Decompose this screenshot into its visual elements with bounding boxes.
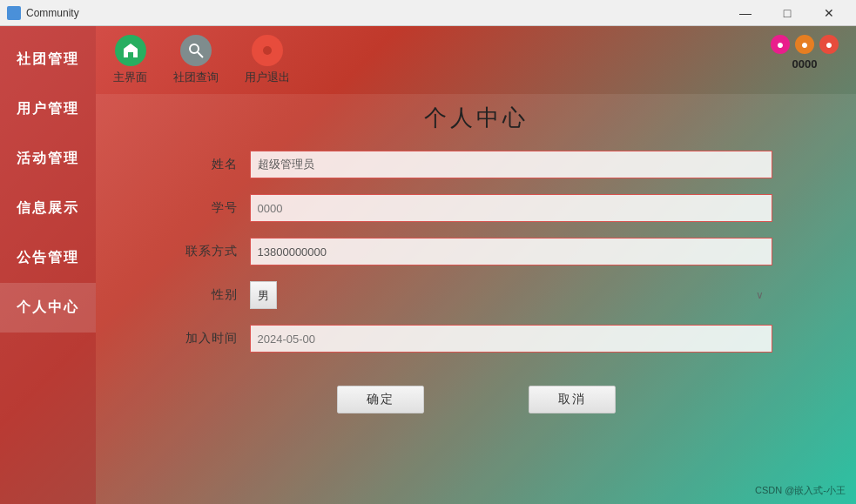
form-row-contact: 联系方式 [180,238,772,265]
title-bar: Community — □ ✕ [0,0,856,26]
close-button[interactable]: ✕ [809,0,849,26]
top-right-area: ● ● ● 0000 [771,35,839,71]
svg-point-1 [190,44,199,53]
status-icon-orange[interactable]: ● [795,35,814,54]
confirm-button[interactable]: 确定 [337,386,424,413]
form-row-student-id: 学号 [180,194,772,222]
toolbar-logout-label: 用户退出 [245,70,290,85]
home-icon [115,35,146,66]
sidebar: 社团管理 用户管理 活动管理 信息展示 公告管理 个人中心 [0,26,96,504]
sidebar-item-personal-center[interactable]: 个人中心 [0,283,96,333]
svg-line-2 [198,52,203,57]
name-input[interactable] [250,151,772,178]
toolbar: 主界面 社团查询 用户退出 [96,26,856,94]
sidebar-item-activity-mgmt[interactable]: 活动管理 [0,134,96,184]
toolbar-home-label: 主界面 [113,70,147,85]
app-icon [7,6,21,20]
student-id-input[interactable] [250,194,772,222]
window-title: Community [26,7,725,19]
sidebar-item-user-mgmt[interactable]: 用户管理 [0,84,96,134]
status-icons: ● ● ● [771,35,839,54]
form-row-name: 姓名 [180,151,772,178]
current-user: 0000 [792,57,818,71]
toolbar-search[interactable]: 社团查询 [173,35,219,85]
window-controls: — □ ✕ [725,0,849,26]
status-icon-red[interactable]: ● [819,35,839,54]
sidebar-item-info-display[interactable]: 信息展示 [0,184,96,233]
minimize-button[interactable]: — [725,0,765,26]
contact-input[interactable] [250,238,772,265]
watermark: CSDN @嵌入式-小王 [755,484,846,497]
gender-label: 性别 [180,287,250,303]
student-id-label: 学号 [180,200,250,216]
cancel-button[interactable]: 取消 [529,386,616,413]
maximize-button[interactable]: □ [767,0,807,26]
name-label: 姓名 [180,157,250,172]
svg-point-4 [263,46,272,55]
gender-select-wrapper: 男 女 [250,281,772,309]
form-buttons: 确定 取消 [180,386,772,413]
toolbar-logout[interactable]: 用户退出 [245,35,290,85]
toolbar-search-label: 社团查询 [173,70,219,85]
main-window: 社团管理 用户管理 活动管理 信息展示 公告管理 个人中心 [0,26,856,504]
sidebar-item-community-mgmt[interactable]: 社团管理 [0,35,96,84]
form-container: 姓名 学号 联系方式 性别 男 [180,151,772,413]
status-icon-pink[interactable]: ● [771,35,790,54]
contact-label: 联系方式 [180,244,250,259]
toolbar-home[interactable]: 主界面 [113,35,147,85]
logout-icon [252,35,283,66]
join-date-label: 加入时间 [180,331,250,346]
sidebar-item-notice-mgmt[interactable]: 公告管理 [0,233,96,283]
page-title: 个人中心 [424,103,529,133]
gender-select[interactable]: 男 女 [250,281,277,309]
search-icon [180,35,212,66]
form-row-join-date: 加入时间 [180,325,772,353]
content-area: 主界面 社团查询 用户退出 [96,26,856,504]
form-row-gender: 性别 男 女 [180,281,772,309]
join-date-input[interactable] [250,325,772,353]
page-content: 个人中心 姓名 学号 联系方式 [96,94,856,504]
svg-rect-0 [9,8,19,18]
